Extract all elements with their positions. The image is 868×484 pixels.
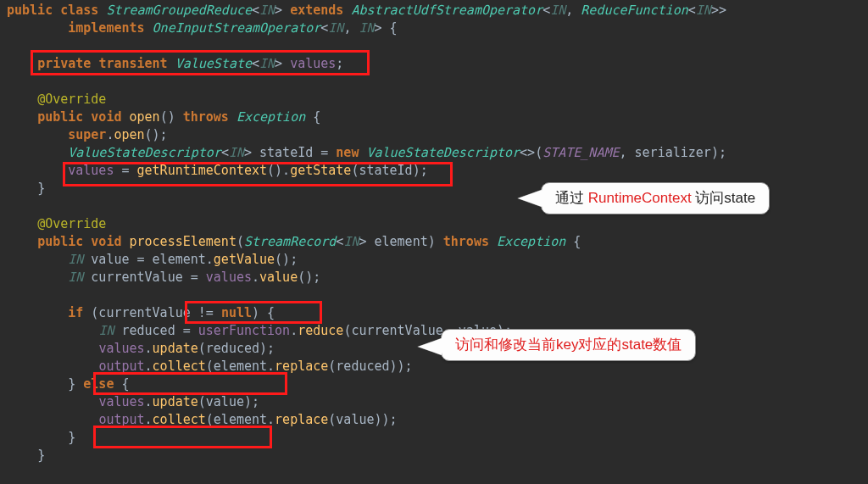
code-block: public class StreamGroupedReduce<IN> ext… — [0, 0, 868, 465]
kw-class: class — [60, 3, 98, 18]
callout-runtimecontext: 通过 RuntimeContext 访问state — [541, 182, 770, 214]
class-name: StreamGroupedReduce — [106, 3, 252, 18]
callout-modify-state: 访问和修改当前key对应的state数值 — [441, 329, 696, 361]
callout-tail-icon — [418, 338, 442, 355]
callout-tail-icon — [518, 190, 542, 207]
kw-public: public — [7, 3, 53, 18]
annotation-override: @Override — [37, 92, 106, 107]
